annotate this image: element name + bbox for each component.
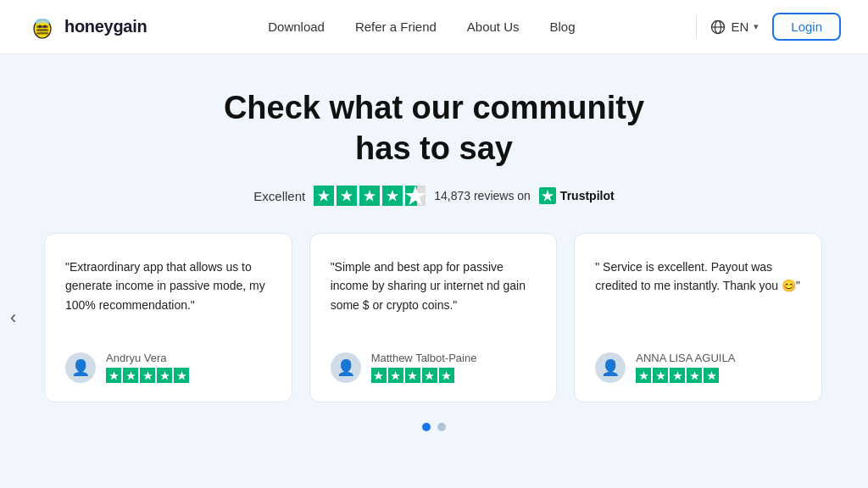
reviewer-row-1: 👤 Andryu Vera: [65, 352, 271, 383]
svg-marker-27: [442, 371, 451, 380]
trustpilot-icon: [539, 187, 556, 204]
avatar-3: 👤: [595, 352, 626, 383]
excellent-label: Excellent: [253, 189, 305, 203]
svg-marker-31: [690, 371, 699, 380]
reviewer-stars-2: [371, 368, 477, 383]
user-icon-2: 👤: [337, 358, 355, 377]
svg-rect-3: [36, 29, 48, 31]
reviewer-name-3: ANNA LISA AGUILA: [636, 352, 735, 364]
svg-marker-19: [126, 371, 136, 380]
svg-marker-24: [391, 371, 400, 380]
trustpilot-row: Excellent 14,873 reviews on: [0, 186, 868, 206]
svg-marker-28: [639, 371, 648, 380]
language-selector[interactable]: EN ▾: [710, 19, 759, 35]
user-icon-3: 👤: [601, 358, 620, 377]
svg-point-8: [44, 25, 47, 27]
nav-refer[interactable]: Refer a Friend: [355, 19, 437, 34]
trustpilot-brand[interactable]: Trustpilot: [539, 187, 615, 204]
reviewer-info-3: ANNA LISA AGUILA: [636, 352, 735, 383]
dot-1[interactable]: [422, 423, 431, 431]
avatar-1: 👤: [65, 352, 96, 383]
review-card-3: " Service is excellent. Payout was credi…: [574, 233, 822, 402]
svg-marker-23: [374, 371, 383, 380]
chevron-down-icon: ▾: [754, 21, 759, 32]
review-card-2: "Simple and best app for passive income …: [309, 233, 558, 402]
user-icon-1: 👤: [71, 358, 90, 377]
review-count: 14,873 reviews on: [434, 189, 531, 202]
header-right: EN ▾ Login: [696, 13, 841, 41]
svg-marker-29: [656, 371, 665, 380]
star-5-half: [405, 186, 426, 206]
star-1: [314, 186, 334, 206]
reviewer-row-2: 👤 Matthew Talbot-Paine: [331, 352, 537, 383]
honeygain-bee-icon: [27, 12, 58, 42]
review-text-2: "Simple and best app for passive income …: [331, 258, 537, 335]
svg-marker-16: [405, 186, 426, 205]
page-headline: Check what our community has to say: [0, 88, 868, 169]
nav-download[interactable]: Download: [268, 19, 325, 34]
svg-marker-15: [387, 190, 398, 201]
carousel-dots: [0, 423, 868, 448]
svg-rect-4: [36, 32, 48, 35]
main-nav: Download Refer a Friend About Us Blog: [147, 19, 696, 34]
language-label: EN: [731, 19, 748, 34]
logo[interactable]: honeygain: [27, 12, 147, 42]
reviewer-row-3: 👤 ANNA LISA AGUILA: [595, 352, 801, 383]
reviewer-stars-3: [636, 368, 735, 383]
globe-icon: [710, 19, 726, 35]
star-2: [337, 186, 357, 206]
nav-blog[interactable]: Blog: [550, 19, 576, 34]
reviewer-name-1: Andryu Vera: [106, 352, 189, 364]
nav-about[interactable]: About Us: [467, 19, 520, 34]
svg-marker-20: [143, 371, 153, 380]
svg-rect-2: [36, 25, 48, 28]
star-3: [359, 186, 380, 206]
carousel-prev-button[interactable]: ‹: [10, 307, 16, 329]
trustpilot-stars: [314, 186, 426, 206]
login-button[interactable]: Login: [772, 13, 841, 41]
review-text-1: "Extraordinary app that allows us to gen…: [65, 258, 271, 335]
reviewer-info-2: Matthew Talbot-Paine: [371, 352, 477, 383]
reviewer-name-2: Matthew Talbot-Paine: [371, 352, 477, 364]
reviewer-info-1: Andryu Vera: [106, 352, 189, 383]
avatar-2: 👤: [331, 352, 361, 383]
svg-marker-17: [542, 190, 554, 202]
star-4: [382, 186, 403, 206]
review-card-1: "Extraordinary app that allows us to gen…: [44, 233, 292, 402]
svg-point-7: [39, 25, 42, 27]
svg-marker-13: [341, 190, 353, 201]
review-text-3: " Service is excellent. Payout was credi…: [595, 258, 801, 335]
svg-marker-30: [673, 371, 682, 380]
reviews-carousel: ‹ "Extraordinary app that allows us to g…: [0, 233, 868, 402]
review-cards-container: "Extraordinary app that allows us to gen…: [44, 233, 824, 402]
svg-marker-18: [109, 371, 119, 380]
svg-marker-25: [408, 371, 417, 380]
header: honeygain Download Refer a Friend About …: [0, 0, 868, 54]
main-content: Check what our community has to say Exce…: [0, 54, 868, 448]
nav-divider: [696, 15, 697, 39]
trustpilot-label: Trustpilot: [560, 189, 615, 202]
svg-marker-14: [364, 190, 376, 201]
svg-marker-12: [318, 190, 330, 201]
reviewer-stars-1: [106, 368, 189, 383]
svg-marker-32: [707, 371, 716, 380]
svg-marker-21: [160, 371, 170, 380]
dot-2[interactable]: [437, 423, 446, 431]
svg-marker-22: [177, 371, 186, 380]
logo-text: honeygain: [64, 17, 147, 36]
svg-marker-26: [425, 371, 434, 380]
